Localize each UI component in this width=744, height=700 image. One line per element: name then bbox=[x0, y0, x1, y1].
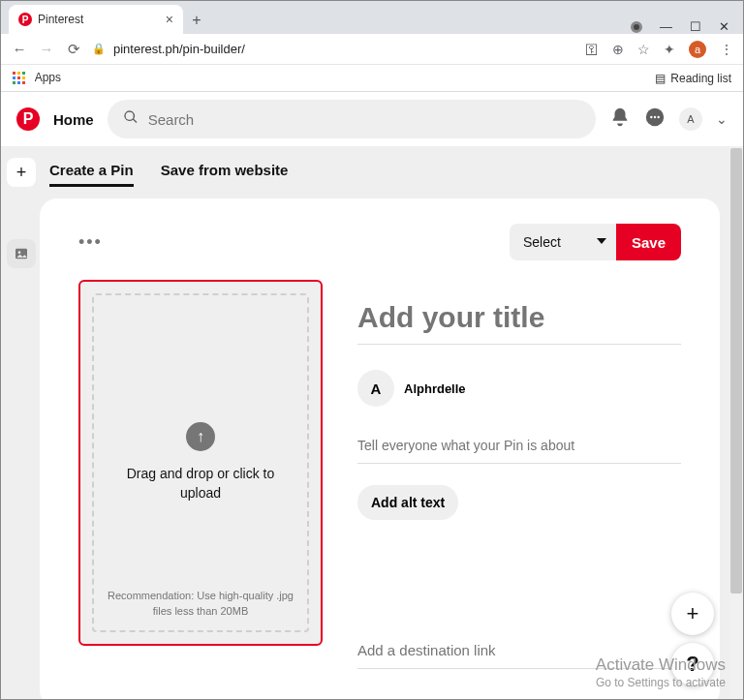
pin-builder-area: + Create a Pin Save from website ••• Sel… bbox=[1, 146, 743, 699]
tab-save-from-website[interactable]: Save from website bbox=[161, 162, 289, 187]
browser-tab[interactable]: P Pinterest × bbox=[9, 5, 183, 34]
lock-icon: 🔒 bbox=[92, 43, 106, 55]
title-input[interactable] bbox=[357, 297, 681, 345]
reload-icon[interactable]: ⟳ bbox=[65, 41, 82, 58]
add-alt-text-button[interactable]: Add alt text bbox=[357, 485, 458, 520]
bookmarks-bar: Apps ▤ Reading list bbox=[1, 65, 743, 92]
bookmark-star-icon[interactable]: ☆ bbox=[637, 42, 650, 57]
upload-note: Recommendation: Use high-quality .jpg fi… bbox=[94, 589, 307, 619]
install-icon[interactable]: ⊕ bbox=[612, 42, 624, 57]
board-select[interactable]: Select bbox=[510, 224, 616, 260]
header-avatar[interactable]: A bbox=[679, 107, 702, 131]
minimize-icon[interactable]: — bbox=[660, 19, 672, 34]
back-icon[interactable]: ← bbox=[11, 41, 28, 57]
url-field[interactable]: 🔒 pinterest.ph/pin-builder/ bbox=[92, 42, 575, 56]
notifications-bell-icon[interactable] bbox=[609, 107, 631, 133]
tab-strip: P Pinterest × + — ☐ ✕ bbox=[1, 1, 743, 34]
author-avatar[interactable]: A bbox=[357, 370, 394, 407]
builder-tabs: Create a Pin Save from website bbox=[40, 146, 743, 198]
tab-title: Pinterest bbox=[38, 13, 83, 26]
reading-list-icon: ▤ bbox=[655, 72, 666, 85]
kebab-menu-icon[interactable]: ⋮ bbox=[720, 42, 733, 57]
apps-grid-icon bbox=[13, 72, 26, 85]
browser-chrome: P Pinterest × + — ☐ ✕ ← → ⟳ 🔒 pinterest.… bbox=[1, 1, 743, 92]
svg-point-1 bbox=[650, 115, 652, 117]
key-icon[interactable]: ⚿ bbox=[585, 42, 599, 57]
address-bar: ← → ⟳ 🔒 pinterest.ph/pin-builder/ ⚿ ⊕ ☆ … bbox=[1, 34, 743, 65]
svg-point-5 bbox=[18, 251, 21, 254]
apps-shortcut[interactable]: Apps bbox=[13, 71, 61, 85]
new-tab-button[interactable]: + bbox=[183, 7, 210, 34]
pinterest-logo-icon[interactable]: P bbox=[16, 107, 40, 131]
profile-badge[interactable]: a bbox=[689, 41, 706, 58]
left-rail: + bbox=[1, 146, 40, 699]
reading-list-button[interactable]: ▤ Reading list bbox=[655, 72, 731, 85]
tab-create-pin[interactable]: Create a Pin bbox=[49, 162, 134, 187]
pin-thumbnail-rail-button[interactable] bbox=[7, 239, 36, 268]
svg-point-3 bbox=[657, 115, 659, 117]
pinterest-header: P Home A ⌄ bbox=[1, 92, 743, 146]
search-bar[interactable] bbox=[108, 100, 596, 138]
pin-card: ••• Select Save ↑ Drag and drop or click… bbox=[40, 198, 720, 700]
scrollbar-track[interactable] bbox=[729, 146, 743, 699]
account-chevron-down-icon[interactable]: ⌄ bbox=[716, 111, 728, 127]
author-name: Alphrdelle bbox=[404, 381, 466, 396]
extensions-icon[interactable]: ✦ bbox=[664, 42, 675, 57]
close-window-icon[interactable]: ✕ bbox=[719, 19, 729, 34]
search-icon bbox=[123, 109, 139, 129]
svg-point-2 bbox=[654, 115, 656, 117]
pinterest-favicon-icon: P bbox=[18, 13, 32, 26]
floating-help-button[interactable]: ? bbox=[671, 643, 714, 685]
close-tab-icon[interactable]: × bbox=[166, 12, 173, 27]
more-options-icon[interactable]: ••• bbox=[78, 232, 103, 253]
pin-form: A Alphrdelle Add alt text bbox=[357, 280, 681, 669]
search-input[interactable] bbox=[148, 111, 580, 128]
board-select-label: Select bbox=[523, 234, 561, 250]
maximize-icon[interactable]: ☐ bbox=[690, 19, 701, 34]
window-controls: — ☐ ✕ bbox=[631, 14, 743, 34]
record-icon bbox=[631, 21, 642, 33]
scrollbar-thumb[interactable] bbox=[730, 148, 742, 593]
forward-icon: → bbox=[38, 41, 55, 57]
description-input[interactable] bbox=[357, 432, 681, 464]
messages-icon[interactable] bbox=[644, 107, 666, 133]
save-button[interactable]: Save bbox=[616, 224, 681, 260]
upload-arrow-icon: ↑ bbox=[186, 422, 215, 451]
upload-text: Drag and drop or click to upload bbox=[94, 465, 307, 502]
floating-add-button[interactable]: + bbox=[671, 593, 714, 635]
add-pin-rail-button[interactable]: + bbox=[7, 158, 36, 187]
home-link[interactable]: Home bbox=[53, 111, 94, 128]
url-text: pinterest.ph/pin-builder/ bbox=[113, 42, 245, 56]
upload-dropzone[interactable]: ↑ Drag and drop or click to upload Recom… bbox=[78, 280, 323, 646]
destination-link-input[interactable] bbox=[357, 636, 681, 669]
author-row: A Alphrdelle bbox=[357, 370, 681, 407]
